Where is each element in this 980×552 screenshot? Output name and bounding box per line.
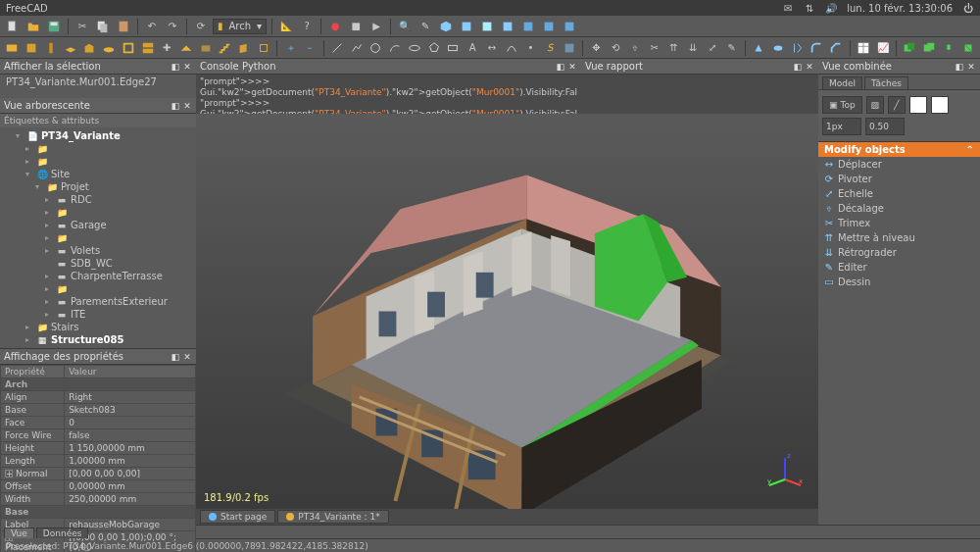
tab-start-page[interactable]: Start page — [200, 510, 275, 524]
property-row[interactable]: BaseSketch083 — [1, 404, 196, 417]
draft-facebinder-button[interactable] — [561, 39, 577, 57]
modify-header[interactable]: Modify objects⌃ — [818, 142, 980, 157]
3d-viewport[interactable]: 181.9/0.2 fps z x y — [196, 114, 818, 509]
arch-panel-button[interactable] — [236, 39, 253, 57]
undo-button[interactable]: ↶ — [143, 18, 161, 35]
panel-undock-icon[interactable]: ◧ — [171, 62, 180, 72]
tree-item[interactable]: ▸▬CharpenteTerrasse — [2, 270, 194, 282]
view-iso-button[interactable] — [437, 18, 455, 35]
bool-union-button[interactable] — [921, 39, 938, 57]
arch-frame-button[interactable] — [256, 39, 272, 57]
property-row[interactable]: Offset0,00000 mm — [1, 480, 196, 493]
tree-item[interactable]: ▸▬Volets — [2, 244, 194, 257]
draft-scale-button[interactable]: ⤢ — [705, 39, 721, 57]
modify-item[interactable]: ✂Trimex — [818, 216, 980, 230]
panel-undock-icon[interactable]: ◧ — [171, 352, 180, 362]
draft-circle-button[interactable] — [368, 39, 384, 57]
arch-window-button[interactable] — [120, 39, 136, 57]
spreadsheet-button[interactable] — [856, 39, 872, 57]
redo-button[interactable]: ↷ — [164, 18, 181, 35]
tree-item[interactable]: ▸▬Garage — [2, 219, 194, 231]
panel-close-icon[interactable]: ✕ — [567, 62, 577, 72]
lineweight-input[interactable] — [822, 118, 861, 135]
wp-top-button[interactable]: ▣ Top — [822, 96, 862, 114]
modify-item[interactable]: ⟳Pivoter — [818, 172, 980, 186]
arch-floor-button[interactable] — [62, 39, 78, 57]
facecolor-swatch[interactable] — [909, 96, 927, 114]
draft-offset-button[interactable]: ⎀ — [627, 39, 644, 57]
combo-tab-model[interactable]: Model — [822, 76, 862, 89]
view-top-button[interactable] — [478, 18, 496, 35]
view-left-button[interactable] — [561, 18, 578, 35]
draft-move-button[interactable]: ✥ — [588, 39, 605, 57]
tab-view[interactable]: Vue — [4, 527, 34, 538]
arch-site-button[interactable] — [101, 39, 118, 57]
draft-text-button[interactable]: A — [465, 39, 481, 57]
refresh-button[interactable]: ⟳ — [192, 18, 210, 35]
bool-section-button[interactable] — [959, 39, 976, 57]
tree-item[interactable]: ▸📁 — [2, 142, 194, 155]
view-front-button[interactable] — [458, 18, 475, 35]
property-row[interactable]: Force Wirefalse — [1, 429, 196, 442]
bool-common-button[interactable] — [940, 39, 956, 57]
draft-upgrade-button[interactable]: ⇈ — [665, 39, 682, 57]
tree-item[interactable]: ▸▬RDC — [2, 193, 194, 206]
property-row[interactable]: Width250,00000 mm — [1, 493, 196, 506]
arch-roof-button[interactable] — [178, 39, 195, 57]
volume-icon[interactable]: 🔊 — [825, 2, 837, 14]
draft-line-button[interactable] — [329, 39, 346, 57]
property-row[interactable]: Face0 — [1, 417, 196, 429]
tree-item[interactable]: ▾📄PT34_Variante — [2, 129, 194, 142]
new-button[interactable] — [4, 18, 22, 35]
zoom-fit-button[interactable]: 🔍 — [396, 18, 414, 35]
open-button[interactable] — [24, 18, 42, 35]
tree-item[interactable]: ▾🌐Site — [2, 168, 194, 180]
color-face-button[interactable]: ▨ — [866, 96, 884, 114]
linecolor-swatch[interactable] — [931, 96, 949, 114]
panel-close-icon[interactable]: ✕ — [182, 62, 192, 72]
view-right-button[interactable] — [499, 18, 516, 35]
view-rear-button[interactable] — [519, 18, 537, 35]
part-revolve-button[interactable] — [770, 39, 787, 57]
power-icon[interactable]: ⏻ — [962, 2, 974, 14]
draft-rect-button[interactable] — [445, 39, 462, 57]
tab-data[interactable]: Données — [36, 527, 89, 538]
panel-close-icon[interactable]: ✕ — [182, 352, 192, 362]
part-extrude-button[interactable] — [751, 39, 767, 57]
workbench-selector[interactable]: ▮Arch▾ — [213, 19, 267, 34]
panel-undock-icon[interactable]: ◧ — [955, 62, 964, 72]
property-row[interactable]: Height1 150,00000 mm — [1, 442, 196, 455]
property-row[interactable]: Arch — [1, 378, 196, 391]
modify-item[interactable]: ⇊Rétrograder — [818, 245, 980, 260]
paste-button[interactable] — [115, 18, 132, 35]
modify-item[interactable]: ▭Dessin — [818, 275, 980, 289]
modify-item[interactable]: ⇈Mettre à niveau — [818, 230, 980, 245]
bool-cut-button[interactable] — [902, 39, 918, 57]
part-mirror-button[interactable] — [789, 39, 806, 57]
property-row[interactable]: Length1,00000 mm — [1, 455, 196, 468]
modify-item[interactable]: ↔Déplacer — [818, 157, 980, 172]
tree-item[interactable]: ▸▬ParementsExterieur — [2, 295, 194, 308]
draft-point-button[interactable]: • — [522, 39, 539, 57]
copy-button[interactable] — [94, 18, 112, 35]
draft-downgrade-button[interactable]: ⇊ — [685, 39, 702, 57]
measure-button[interactable]: 📐 — [277, 18, 295, 35]
cut-button[interactable]: ✂ — [74, 18, 91, 35]
arch-building-button[interactable] — [81, 39, 98, 57]
modify-item[interactable]: ⤢Echelle — [818, 186, 980, 201]
tree-item[interactable]: ▾📁Projet — [2, 180, 194, 193]
tree-item[interactable]: ▸▦Structure085 — [2, 333, 194, 346]
tree-item[interactable]: ▸📁Stairs — [2, 321, 194, 333]
modify-item[interactable]: ✎Editer — [818, 260, 980, 275]
draft-dimension-button[interactable]: ↔ — [484, 39, 501, 57]
arch-stairs-button[interactable] — [217, 39, 233, 57]
panel-undock-icon[interactable]: ◧ — [793, 62, 803, 72]
graph-button[interactable]: 📈 — [874, 39, 891, 57]
arch-add-button[interactable]: ＋ — [282, 39, 299, 57]
draft-polygon-button[interactable] — [425, 39, 442, 57]
arch-rebar-button[interactable] — [42, 39, 59, 57]
draft-rotate-button[interactable]: ⟲ — [608, 39, 624, 57]
part-fillet-button[interactable] — [808, 39, 825, 57]
panel-close-icon[interactable]: ✕ — [805, 62, 814, 72]
property-row[interactable]: Base — [1, 506, 196, 519]
